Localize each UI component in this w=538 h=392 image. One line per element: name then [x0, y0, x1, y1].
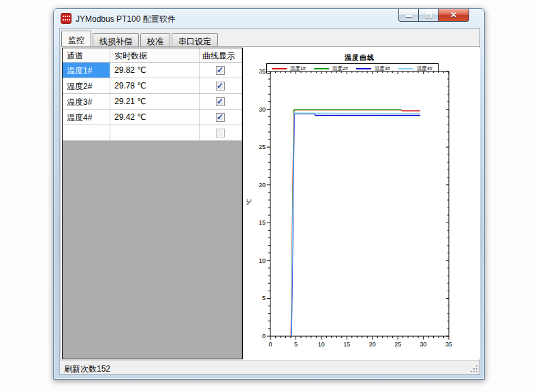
table-row: 温度2# 29.78 ℃: [63, 78, 242, 94]
tab-monitor[interactable]: 监控: [61, 31, 91, 46]
value-cell[interactable]: 29.82 ℃: [110, 63, 200, 78]
value-cell[interactable]: 29.21 ℃: [110, 94, 200, 109]
temperature-chart-panel: 温度曲线 温度1#温度2#温度3#温度4# ℃ 0510152025303505…: [242, 48, 480, 359]
table-row: 温度1# 29.82 ℃: [63, 63, 242, 78]
x-tick-label: 35: [445, 341, 452, 348]
table-row: 温度4# 29.42 ℃: [63, 110, 242, 125]
app-icon: [61, 13, 72, 24]
x-tick-label: 30: [420, 341, 427, 348]
header-realtime-data: 实时数据: [110, 48, 200, 62]
x-tick-label: 10: [318, 341, 325, 348]
minimize-button[interactable]: [398, 9, 419, 22]
table-row: 温度3# 29.21 ℃: [63, 94, 242, 110]
value-cell[interactable]: 29.78 ℃: [110, 78, 200, 93]
header-curve-display: 曲线显示: [200, 48, 240, 62]
desktop: JYModbus PT100 配置软件 ✕ 监控 线损补偿 校准 串口设定 通道: [0, 0, 538, 392]
curve-checkbox-cell: [200, 125, 240, 140]
x-tick-label: 15: [343, 341, 350, 348]
channel-cell[interactable]: [63, 125, 110, 140]
curve-checkbox-cell: [200, 110, 240, 125]
channel-cell[interactable]: 温度4#: [63, 110, 110, 125]
x-tick-label: 0: [268, 341, 272, 348]
refresh-count-text: 刷新次数152: [64, 363, 110, 375]
maximize-button[interactable]: [418, 9, 439, 22]
y-tick-label: 15: [259, 219, 266, 226]
curve-checkbox[interactable]: [216, 97, 225, 106]
x-tick-label: 5: [294, 341, 298, 348]
close-icon: ✕: [439, 10, 469, 20]
y-tick-label: 30: [259, 106, 266, 113]
chart-svg: 0510152025303505101520253035: [243, 48, 481, 358]
window-title: JYModbus PT100 配置软件: [76, 14, 176, 25]
table-header-row: 通道 实时数据 曲线显示: [63, 48, 242, 63]
curve-checkbox[interactable]: [216, 129, 225, 137]
y-tick-label: 20: [259, 182, 266, 189]
tab-calibration[interactable]: 校准: [140, 33, 170, 46]
maximize-icon: [426, 12, 432, 18]
status-bar: 刷新次数152: [60, 360, 479, 374]
channel-cell[interactable]: 温度2#: [63, 78, 110, 93]
curve-checkbox-cell: [200, 63, 240, 78]
title-bar[interactable]: JYModbus PT100 配置软件 ✕: [54, 9, 484, 28]
x-tick-label: 25: [394, 341, 401, 348]
y-tick-label: 10: [259, 257, 266, 264]
plot-area: [270, 71, 449, 336]
tab-strip: 监控 线损补偿 校准 串口设定: [61, 31, 219, 46]
y-tick-label: 5: [262, 295, 266, 301]
value-cell[interactable]: [110, 125, 200, 140]
minimize-icon: [406, 15, 412, 17]
tab-serial-port[interactable]: 串口设定: [172, 33, 218, 46]
client-area: 监控 线损补偿 校准 串口设定 通道 实时数据 曲线显示 温度1# 29.82 …: [59, 28, 480, 375]
channel-cell[interactable]: 温度3#: [63, 94, 110, 109]
x-tick-label: 20: [369, 341, 376, 348]
channel-cell[interactable]: 温度1#: [63, 63, 110, 78]
monitor-tab-page: 通道 实时数据 曲线显示 温度1# 29.82 ℃ 温度2# 29.78 ℃: [61, 46, 480, 361]
y-tick-label: 0: [262, 333, 266, 340]
app-window: JYModbus PT100 配置软件 ✕ 监控 线损补偿 校准 串口设定 通道: [53, 8, 485, 380]
channel-table: 通道 实时数据 曲线显示 温度1# 29.82 ℃ 温度2# 29.78 ℃: [62, 48, 242, 359]
resize-grip[interactable]: [470, 365, 478, 373]
value-cell[interactable]: 29.42 ℃: [110, 110, 200, 125]
curve-checkbox[interactable]: [216, 66, 225, 75]
table-row-empty: [63, 125, 242, 141]
curve-checkbox[interactable]: [216, 82, 225, 91]
tab-line-loss[interactable]: 线损补偿: [93, 33, 139, 46]
y-tick-label: 35: [259, 68, 266, 75]
header-channel: 通道: [63, 48, 110, 62]
y-tick-label: 25: [259, 144, 266, 150]
curve-checkbox-cell: [200, 78, 240, 93]
close-button[interactable]: ✕: [438, 9, 469, 22]
curve-checkbox-cell: [200, 94, 240, 109]
caption-buttons: ✕: [398, 9, 469, 22]
curve-checkbox[interactable]: [216, 113, 225, 122]
